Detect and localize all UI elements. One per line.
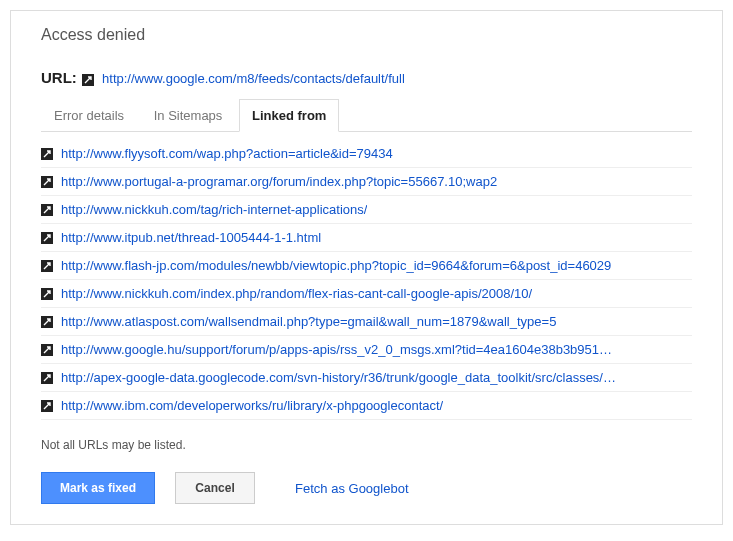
external-link-icon [41, 372, 53, 384]
tab-linked-from[interactable]: Linked from [239, 99, 339, 132]
list-item: http://www.nickkuh.com/tag/rich-internet… [41, 196, 692, 224]
action-row: Mark as fixed Cancel Fetch as Googlebot [41, 472, 692, 504]
page-title: Access denied [41, 26, 692, 44]
list-item: http://www.itpub.net/thread-1005444-1-1.… [41, 224, 692, 252]
linked-from-url[interactable]: http://www.google.hu/support/forum/p/app… [61, 342, 612, 357]
tab-error-details[interactable]: Error details [41, 99, 137, 131]
external-link-icon [82, 74, 94, 86]
linked-from-url[interactable]: http://www.nickkuh.com/index.php/random/… [61, 286, 532, 301]
list-note: Not all URLs may be listed. [41, 438, 692, 452]
linked-from-url[interactable]: http://www.flyysoft.com/wap.php?action=a… [61, 146, 393, 161]
external-link-icon [41, 288, 53, 300]
fetch-as-googlebot-link[interactable]: Fetch as Googlebot [295, 481, 408, 496]
linked-from-url[interactable]: http://apex-google-data.googlecode.com/s… [61, 370, 616, 385]
list-item: http://www.atlaspost.com/wallsendmail.ph… [41, 308, 692, 336]
external-link-icon [41, 344, 53, 356]
external-link-icon [41, 232, 53, 244]
list-item: http://www.nickkuh.com/index.php/random/… [41, 280, 692, 308]
linked-from-url[interactable]: http://www.atlaspost.com/wallsendmail.ph… [61, 314, 556, 329]
url-row: URL: http://www.google.com/m8/feeds/cont… [41, 69, 692, 86]
tab-in-sitemaps[interactable]: In Sitemaps [141, 99, 236, 131]
external-link-icon [41, 176, 53, 188]
external-link-icon [41, 204, 53, 216]
crawled-url-link[interactable]: http://www.google.com/m8/feeds/contacts/… [102, 71, 405, 86]
linked-from-url[interactable]: http://www.itpub.net/thread-1005444-1-1.… [61, 230, 321, 245]
external-link-icon [41, 260, 53, 272]
linked-from-url[interactable]: http://www.portugal-a-programar.org/foru… [61, 174, 497, 189]
tabs: Error details In Sitemaps Linked from [41, 98, 692, 132]
linked-from-url[interactable]: http://www.flash-jp.com/modules/newbb/vi… [61, 258, 611, 273]
external-link-icon [41, 148, 53, 160]
external-link-icon [41, 316, 53, 328]
cancel-button[interactable]: Cancel [175, 472, 255, 504]
list-item: http://www.flash-jp.com/modules/newbb/vi… [41, 252, 692, 280]
list-item: http://www.google.hu/support/forum/p/app… [41, 336, 692, 364]
list-item: http://www.portugal-a-programar.org/foru… [41, 168, 692, 196]
mark-as-fixed-button[interactable]: Mark as fixed [41, 472, 155, 504]
list-item: http://www.flyysoft.com/wap.php?action=a… [41, 140, 692, 168]
access-denied-panel: Access denied URL: http://www.google.com… [10, 10, 723, 525]
linked-from-list: http://www.flyysoft.com/wap.php?action=a… [41, 140, 692, 420]
url-label: URL: [41, 69, 77, 86]
list-item: http://apex-google-data.googlecode.com/s… [41, 364, 692, 392]
linked-from-url[interactable]: http://www.nickkuh.com/tag/rich-internet… [61, 202, 367, 217]
linked-from-url[interactable]: http://www.ibm.com/developerworks/ru/lib… [61, 398, 443, 413]
list-item: http://www.ibm.com/developerworks/ru/lib… [41, 392, 692, 420]
external-link-icon [41, 400, 53, 412]
